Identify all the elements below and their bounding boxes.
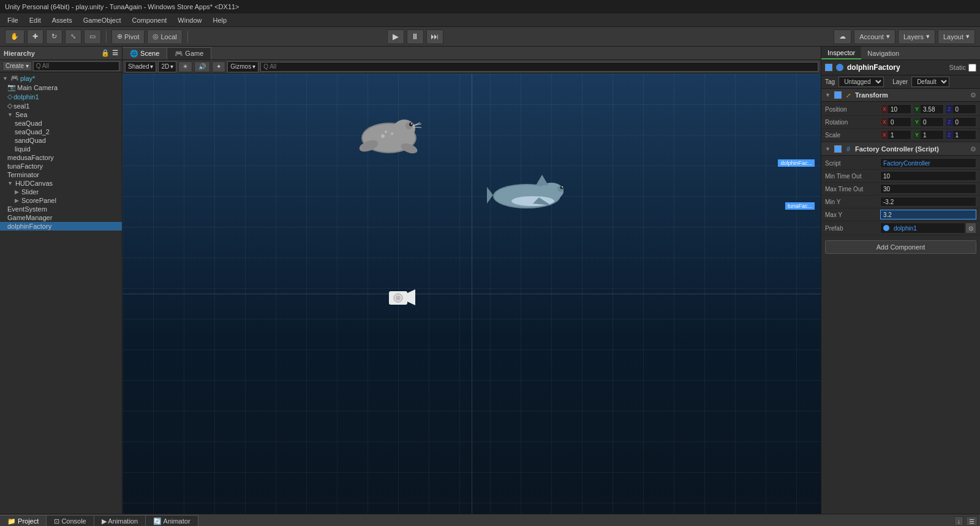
hierarchy-create-btn[interactable]: Create ▾ xyxy=(2,61,32,71)
prefab-pick-btn[interactable]: ⊙ xyxy=(965,223,976,234)
object-name[interactable]: dolphinFactory xyxy=(847,63,946,72)
tag-dropdown[interactable]: Untagged xyxy=(839,77,884,87)
tab-navigation[interactable]: Navigation xyxy=(861,47,905,59)
hierarchy-item-dolphin1[interactable]: ◇ dolphin1 xyxy=(0,92,122,101)
hierarchy-lock-icon[interactable]: 🔒 xyxy=(101,49,110,57)
menu-gameobject[interactable]: GameObject xyxy=(78,15,126,25)
projection-dropdown[interactable]: 2D ▾ xyxy=(158,61,176,72)
scene-search[interactable] xyxy=(260,62,818,72)
position-values: X 10 Y 3.58 Z 0 xyxy=(880,104,976,114)
scale-x-value: 1 xyxy=(888,132,911,139)
pivot-btn[interactable]: ⊕ Pivot xyxy=(111,29,145,44)
prefab-field[interactable]: dolphin1 xyxy=(880,223,965,234)
menu-edit[interactable]: Edit xyxy=(24,15,46,25)
step-btn[interactable]: ⏭ xyxy=(426,29,443,44)
scale-y-field[interactable]: Y 1 xyxy=(913,130,944,140)
fc-settings-icon[interactable]: ⚙ xyxy=(970,145,976,153)
audio-btn[interactable]: 🔊 xyxy=(194,61,210,72)
tab-inspector[interactable]: Inspector xyxy=(821,47,861,59)
scene-view[interactable]: dolphinFac... tunaFac... xyxy=(123,74,821,514)
lighting-btn[interactable]: ☀ xyxy=(178,61,192,72)
toolbar-right: ☁ Account ▾ Layers ▾ Layout ▾ xyxy=(834,29,975,44)
position-z-field[interactable]: Z 0 xyxy=(945,104,976,114)
max-timeout-field[interactable]: 30 xyxy=(880,184,976,194)
tab-scene[interactable]: 🌐 Scene xyxy=(123,47,167,59)
rotation-z-field[interactable]: Z 0 xyxy=(945,117,976,127)
script-field-value[interactable]: FactoryController xyxy=(880,158,976,168)
hierarchy-item-slider[interactable]: ▶ Slider xyxy=(0,188,122,196)
seal-object[interactable] xyxy=(349,110,429,161)
sy-label: Y xyxy=(913,131,921,139)
position-y-field[interactable]: Y 3.58 xyxy=(913,104,944,114)
tab-project[interactable]: 📁 Project xyxy=(0,515,47,526)
transform-enable-checkbox[interactable] xyxy=(834,91,842,99)
hierarchy-item-eventsystem[interactable]: EventSystem xyxy=(0,205,122,213)
min-timeout-field[interactable]: 10 xyxy=(880,171,976,181)
pause-btn[interactable]: ⏸ xyxy=(407,29,424,44)
menu-assets[interactable]: Assets xyxy=(47,15,77,25)
hierarchy-item-hudcanvas[interactable]: ▼ HUDCanvas xyxy=(0,179,122,188)
min-y-field[interactable]: -3.2 xyxy=(880,197,976,207)
hierarchy-item-tunafactory[interactable]: tunaFactory xyxy=(0,162,122,170)
layout-dropdown[interactable]: Layout ▾ xyxy=(938,29,975,44)
hierarchy-item-sandquad[interactable]: sandQuad xyxy=(0,136,122,145)
tab-console[interactable]: ⊡ Console xyxy=(47,515,94,526)
scale-tool-btn[interactable]: ⤡ xyxy=(65,29,81,44)
hierarchy-item-sea[interactable]: ▼ Sea xyxy=(0,110,122,119)
rotation-y-field[interactable]: Y 0 xyxy=(913,117,944,127)
fc-enable-checkbox[interactable] xyxy=(834,145,842,153)
shading-dropdown[interactable]: Shaded ▾ xyxy=(125,61,156,72)
camera-object[interactable] xyxy=(386,282,417,314)
rotation-x-field[interactable]: X 0 xyxy=(880,117,911,127)
hierarchy-search[interactable] xyxy=(33,61,119,71)
transform-component-header[interactable]: ▼ ⤢ Transform ⚙ xyxy=(821,89,980,102)
menu-window[interactable]: Window xyxy=(173,15,206,25)
rect-tool-btn[interactable]: ▭ xyxy=(84,29,101,44)
move-tool-btn[interactable]: ✚ xyxy=(27,29,43,44)
rotate-tool-btn[interactable]: ↻ xyxy=(46,29,62,44)
add-component-btn[interactable]: Add Component xyxy=(825,240,976,254)
scale-x-field[interactable]: X 1 xyxy=(880,130,911,140)
project-menu-btn[interactable]: ☰ xyxy=(966,516,978,526)
max-y-field[interactable]: 3.2 xyxy=(880,210,976,219)
transform-settings-icon[interactable]: ⚙ xyxy=(970,91,976,99)
hierarchy-item-seal1[interactable]: ◇ seal1 xyxy=(0,101,122,110)
scale-z-field[interactable]: Z 1 xyxy=(945,130,976,140)
tab-animator[interactable]: 🔄 Animator xyxy=(146,515,198,526)
static-checkbox[interactable] xyxy=(968,64,976,72)
position-x-field[interactable]: X 10 xyxy=(880,104,911,114)
play-btn[interactable]: ▶ xyxy=(387,29,404,44)
project-collapse-btn[interactable]: ↓ xyxy=(954,516,963,526)
menu-help[interactable]: Help xyxy=(208,15,232,25)
hierarchy-item-dolphinfactory[interactable]: dolphinFactory xyxy=(0,222,122,231)
hierarchy-item-seaquad[interactable]: seaQuad xyxy=(0,119,122,128)
hierarchy-item-scorepanel[interactable]: ▶ ScorePanel xyxy=(0,196,122,205)
local-btn[interactable]: ◎ Local xyxy=(147,29,182,44)
hierarchy-item-terminator[interactable]: Terminator xyxy=(0,170,122,179)
account-dropdown[interactable]: Account ▾ xyxy=(854,29,895,44)
menu-component[interactable]: Component xyxy=(127,15,172,25)
hierarchy-item-medusafactory[interactable]: medusaFactory xyxy=(0,153,122,162)
hierarchy-item-maincamera[interactable]: 📷 Main Camera xyxy=(0,83,122,92)
hierarchy-item-play[interactable]: ▼ 🎮 play* xyxy=(0,74,122,83)
tab-animation[interactable]: ▶ Animation xyxy=(94,515,146,526)
menu-file[interactable]: File xyxy=(2,15,23,25)
factory-controller-header[interactable]: ▼ # Factory Controller (Script) ⚙ xyxy=(821,143,980,156)
hierarchy-item-gamemanager[interactable]: GameManager xyxy=(0,213,122,222)
hand-tool-btn[interactable]: ✋ xyxy=(5,29,24,44)
max-timeout-value: 30 xyxy=(881,186,976,192)
tab-game[interactable]: 🎮 Game xyxy=(167,47,211,59)
svg-point-28 xyxy=(836,64,843,71)
hierarchy-menu-icon[interactable]: ☰ xyxy=(112,49,118,57)
layer-dropdown[interactable]: Default xyxy=(911,77,949,87)
min-timeout-value: 10 xyxy=(881,173,976,180)
slider-expand-icon: ▶ xyxy=(15,189,19,195)
hierarchy-item-seaquad2[interactable]: seaQuad_2 xyxy=(0,128,122,136)
cloud-btn[interactable]: ☁ xyxy=(834,29,851,44)
gizmos-dropdown[interactable]: Gizmos ▾ xyxy=(227,61,258,72)
effects-btn[interactable]: ✦ xyxy=(212,61,225,72)
layers-dropdown[interactable]: Layers ▾ xyxy=(898,29,935,44)
dolphin-object[interactable] xyxy=(484,172,576,222)
object-enable-checkbox[interactable] xyxy=(825,64,832,71)
hierarchy-item-liquid[interactable]: liquid xyxy=(0,145,122,153)
